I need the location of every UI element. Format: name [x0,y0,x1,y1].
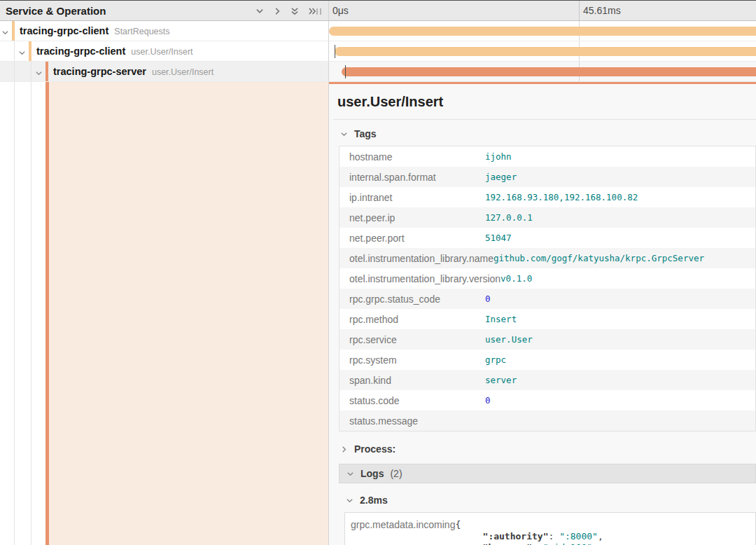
span-color-bar [12,21,15,41]
log-entry-timestamp: 2.8ms [360,495,388,506]
selected-span-tint-area [49,82,328,545]
span-start-tick [335,45,335,58]
double-chevron-down-icon[interactable] [290,6,300,16]
span-row[interactable]: tracing-grpc-clientuser.User/Insert [0,41,756,62]
tag-value: 127.0.0.1 [485,212,533,223]
title-divider [333,119,756,120]
tags-section-label: Tags [354,128,377,139]
tag-row[interactable]: status.code0 [340,390,755,411]
tree-guide-line [14,82,15,545]
tree-guide-line [31,62,31,81]
tags-section-toggle[interactable]: Tags [340,128,756,139]
span-bar-cell[interactable] [329,21,756,41]
span-operation-name: StartRequests [114,27,169,36]
tag-row[interactable]: net.peer.port51047 [340,228,755,248]
span-start-tick [345,65,346,78]
log-entry-toggle[interactable]: 2.8ms [346,495,756,506]
jaeger-trace-timeline-view: Service & Operation 0μs 45.61ms [0,0,756,545]
tag-value: Insert [485,314,517,324]
tree-collapse-controls [255,6,317,16]
tag-row[interactable]: span.kindserver [340,370,755,390]
chevron-down-icon[interactable] [255,6,265,16]
span-bar-cell[interactable] [329,41,756,62]
chevron-down-icon [346,470,354,478]
process-section-label: Process: [354,443,396,455]
span-name-cell[interactable]: tracing-grpc-clientStartRequests [0,21,329,41]
span-row[interactable]: tracing-grpc-serveruser.User/Insert [0,62,756,82]
tag-row[interactable]: internal.span.formatjaeger [340,167,755,187]
chevron-right-icon[interactable] [272,6,282,16]
span-tree-detail-gutter [0,82,329,545]
tag-value: v0.1.0 [500,273,532,284]
process-section-toggle[interactable]: Process: [340,443,756,455]
tag-key: internal.span.format [340,172,485,183]
tag-value: 51047 [485,233,512,243]
tags-table: hostnameijohninternal.span.formatjaegeri… [339,146,756,432]
tag-key: rpc.method [340,314,485,325]
tag-value: ijohn [485,151,512,162]
span-detail-panel: user.User/Insert Tags hostnameijohninter… [329,82,756,545]
log-field-key: grpc.metadata.incoming [351,519,455,545]
timeline-ruler: 0μs 45.61ms [329,1,756,20]
service-operation-title: Service & Operation [6,5,106,17]
tag-value: github.com/gogf/katyusha/krpc.GrpcServer [493,253,704,263]
tag-row[interactable]: otel.instrumentation_library.namegithub.… [340,248,755,268]
tag-key: span.kind [340,375,485,386]
tag-key: status.message [340,415,485,427]
span-operation-name: user.User/Insert [152,67,214,77]
tag-row[interactable]: net.peer.ip127.0.0.1 [340,207,755,228]
tag-row[interactable]: rpc.methodInsert [340,309,755,329]
span-detail-row: user.User/Insert Tags hostnameijohninter… [0,82,756,545]
span-duration-bar[interactable] [335,47,756,56]
tag-row[interactable]: status.message [340,411,755,431]
span-service-name: tracing-grpc-server [53,66,146,77]
column-resizer-handle[interactable] [316,8,321,15]
tree-guide-line [31,82,31,545]
tag-key: rpc.system [340,354,485,366]
tag-row[interactable]: ip.intranet192.168.93.180,192.168.100.82 [340,187,755,207]
tag-row[interactable]: rpc.serviceuser.User [340,329,755,350]
logs-count-badge: (2) [390,468,402,479]
tag-value: grpc [485,354,506,365]
tag-row[interactable]: rpc.grpc.status_code0 [340,289,755,309]
tag-key: otel.instrumentation_library.name [340,253,493,264]
log-field-json-value: { ":authority": ":8000", "baggage": "uid… [455,519,603,545]
span-tree-header: Service & Operation [0,1,329,20]
timeline-header-row: Service & Operation 0μs 45.61ms [0,1,756,21]
span-rows-container: tracing-grpc-clientStartRequeststracing-… [0,21,756,82]
tag-key: status.code [340,395,485,406]
double-chevron-right-icon[interactable] [307,6,317,16]
tree-guide-line [14,62,15,81]
span-operation-name: user.User/Insert [131,47,192,57]
timeline-gridline [579,1,580,20]
span-bar-cell[interactable] [329,62,756,82]
span-name-cell[interactable]: tracing-grpc-clientuser.User/Insert [0,41,329,62]
tag-row[interactable]: rpc.systemgrpc [340,350,755,370]
tree-guide-line [14,41,15,61]
tag-row[interactable]: hostnameijohn [340,146,755,167]
span-collapse-chevron-icon[interactable] [18,47,26,60]
chevron-down-icon [346,497,354,504]
logs-section-label: Logs [360,468,384,479]
span-duration-bar[interactable] [329,27,756,36]
logs-section-toggle[interactable]: Logs (2) [339,464,756,483]
tag-value: 192.168.93.180,192.168.100.82 [485,192,638,202]
tag-value: user.User [485,334,533,345]
span-detail-title: user.User/Insert [337,94,756,110]
tag-key: net.peer.ip [340,212,485,223]
span-collapse-chevron-icon[interactable] [35,67,43,80]
tag-value: 0 [485,294,491,304]
timeline-tick-start: 0μs [332,5,349,16]
tag-key: hostname [340,151,485,163]
timeline-tick-mid: 45.61ms [583,5,621,16]
span-row[interactable]: tracing-grpc-clientStartRequests [0,21,756,41]
span-name-cell[interactable]: tracing-grpc-serveruser.User/Insert [0,62,329,82]
span-color-bar [29,41,31,61]
tag-key: ip.intranet [340,192,485,203]
span-duration-bar[interactable] [342,67,756,76]
tag-key: rpc.grpc.status_code [340,294,485,305]
span-color-bar [46,62,48,81]
span-collapse-chevron-icon[interactable] [1,27,9,39]
tag-row[interactable]: otel.instrumentation_library.versionv0.1… [340,268,755,289]
log-fields-table: grpc.metadata.incoming { ":authority": "… [344,512,756,545]
